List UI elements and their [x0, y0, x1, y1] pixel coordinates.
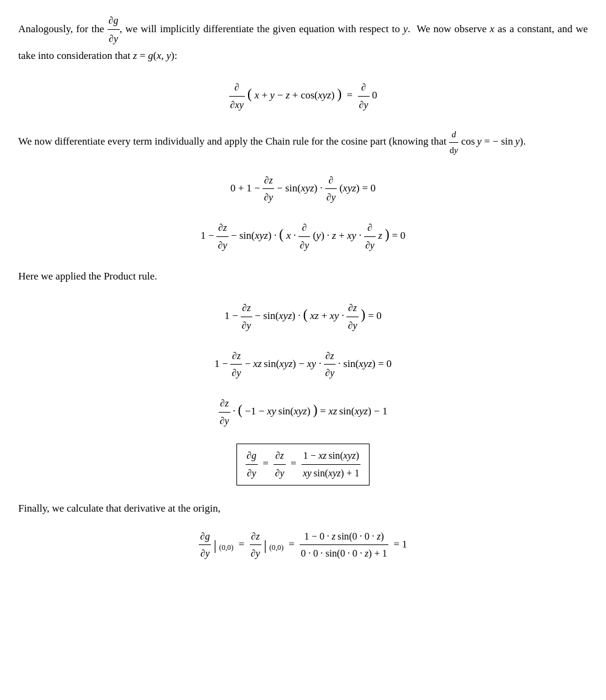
- partial-y-y: ∂ ∂y: [298, 220, 310, 253]
- partial-g-y-inline: ∂g ∂y: [108, 12, 120, 47]
- d-dy-inline: d dy: [449, 127, 459, 157]
- finally-paragraph: Finally, we calculate that derivative at…: [18, 500, 588, 518]
- partial-g-y-box: ∂g ∂y: [246, 448, 258, 481]
- partial-xy-frac: ∂ ∂xy: [229, 80, 245, 113]
- boxed-equation: ∂g ∂y = ∂z ∂y = 1 − xz sin(xyz) xy sin(x…: [18, 444, 588, 486]
- chain-rule-paragraph: We now differentiate every term individu…: [18, 127, 588, 157]
- partial-z-y-eval: ∂z ∂y: [250, 529, 261, 562]
- equation-final-eval: ∂g ∂y | (0,0) = ∂z ∂y | (0,0) = 1 − 0 · …: [18, 529, 588, 562]
- product-rule-paragraph: Here we applied the Product rule.: [18, 268, 588, 286]
- boxed-result: ∂g ∂y = ∂z ∂y = 1 − xz sin(xyz) xy sin(x…: [236, 444, 370, 486]
- partial-z-y-4b: ∂z ∂y: [346, 300, 358, 334]
- partial-y-xyz: ∂ ∂y: [325, 173, 337, 206]
- equation-5: 1 − ∂z ∂y − xz sin(xyz) − xy · ∂z ∂y · s…: [18, 348, 588, 382]
- page-content: Analogously, for the ∂g ∂y , we will imp…: [18, 12, 588, 561]
- equation-6: ∂z ∂y · ( −1 − xy sin(xyz) ) = xz sin(xy…: [18, 396, 588, 429]
- final-fraction-box: 1 − xz sin(xyz) xy sin(xyz) + 1: [301, 448, 360, 481]
- partial-y-rhs: ∂ ∂y: [358, 80, 370, 113]
- partial-z-y-box: ∂z ∂y: [274, 448, 285, 481]
- equation-3: 1 − ∂z ∂y − sin(xyz) · ( x · ∂ ∂y (y) · …: [18, 220, 588, 253]
- partial-z-y-4: ∂z ∂y: [241, 300, 252, 334]
- partial-z-y-2: ∂z ∂y: [263, 173, 274, 206]
- equation-1: ∂ ∂xy ( x + y − z + cos(xyz) ) = ∂ ∂y 0: [18, 80, 588, 113]
- equation-4: 1 − ∂z ∂y − sin(xyz) · ( xz + xy · ∂z ∂y…: [18, 300, 588, 334]
- partial-z-y-6: ∂z ∂y: [219, 396, 230, 429]
- intro-paragraph: Analogously, for the ∂g ∂y , we will imp…: [18, 12, 588, 65]
- partial-z-y-5b: ∂z ∂y: [324, 348, 336, 382]
- partial-z-y-3: ∂z ∂y: [216, 220, 228, 253]
- partial-z-y-5: ∂z ∂y: [230, 348, 242, 382]
- final-eval-fraction: 1 − 0 · z sin(0 · 0 · z) 0 · 0 · sin(0 ·…: [300, 529, 388, 562]
- partial-y-z-3: ∂ ∂y: [364, 220, 376, 253]
- equation-2: 0 + 1 − ∂z ∂y − sin(xyz) · ∂ ∂y (xyz) = …: [18, 173, 588, 206]
- partial-g-y-eval: ∂g ∂y: [199, 529, 211, 562]
